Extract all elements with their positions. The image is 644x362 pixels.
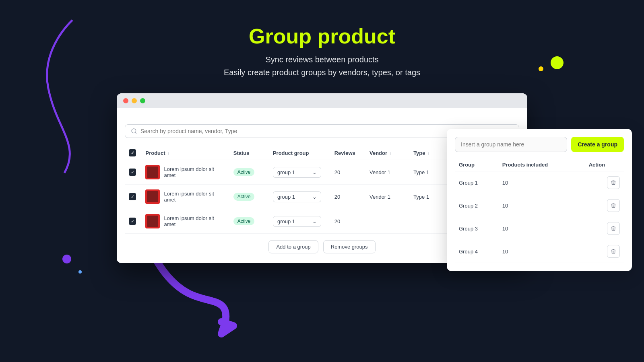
window-body: Product ↑ Status Product group Reviews	[117, 108, 527, 263]
type-cell-0: Type 1	[409, 160, 449, 185]
col-header-status: Status	[233, 150, 250, 156]
trash-icon	[611, 203, 616, 208]
product-name-0: Lorem ipsum dolor sit amet	[164, 166, 225, 178]
svg-point-0	[132, 129, 136, 133]
groups-table: Group Products included Action Group 1 1…	[455, 158, 624, 263]
page-subtitle: Sync reviews between products Easily cre…	[224, 53, 420, 79]
group-select-2[interactable]: group 1 ⌄	[273, 216, 321, 227]
add-to-group-button[interactable]: Add to a group	[268, 240, 318, 253]
page-title: Group product	[249, 24, 395, 48]
group-products-cell-0: 10	[498, 171, 585, 194]
product-name-2: Lorem ipsum dolor sit amet	[164, 215, 225, 227]
product-name-1: Lorem ipsum dolor sit amet	[164, 191, 225, 203]
group-panel: Create a group Group Products included A…	[447, 129, 632, 271]
col-header-type: Type	[413, 150, 425, 156]
product-image-0	[145, 165, 160, 179]
trash-icon	[611, 226, 616, 231]
group-panel-top: Create a group	[455, 137, 624, 152]
groups-col-products: Products included	[502, 162, 548, 168]
vendor-cell-2	[365, 209, 409, 234]
chevron-down-icon: ⌄	[312, 169, 317, 175]
window-titlebar	[117, 93, 527, 108]
reviews-cell-0: 20	[330, 160, 365, 185]
group-table-row: Group 4 10	[455, 240, 624, 263]
groups-col-group: Group	[459, 162, 475, 168]
type-cell-2	[409, 209, 449, 234]
search-icon	[131, 128, 137, 134]
row-checkbox-1[interactable]	[129, 193, 136, 200]
reviews-cell-1: 20	[330, 185, 365, 209]
group-products-cell-1: 10	[498, 194, 585, 217]
remove-groups-button[interactable]: Remove groups	[323, 240, 376, 253]
status-badge-1: Active	[233, 193, 255, 201]
col-header-product-group: Product group	[273, 150, 309, 156]
group-products-cell-3: 10	[498, 240, 585, 263]
delete-group-button-0[interactable]	[607, 176, 620, 189]
app-window: Product ↑ Status Product group Reviews	[117, 93, 527, 263]
row-checkbox-2[interactable]	[129, 218, 136, 225]
window-close-btn[interactable]	[123, 98, 128, 103]
group-name-cell-0: Group 1	[455, 171, 498, 194]
groups-col-action: Action	[589, 162, 605, 168]
col-header-vendor: Vendor	[369, 150, 387, 156]
row-checkbox-0[interactable]	[129, 169, 136, 176]
col-header-reviews: Reviews	[334, 150, 355, 156]
group-name-cell-1: Group 2	[455, 194, 498, 217]
blue-dot-decoration	[78, 270, 82, 274]
select-all-checkbox[interactable]	[129, 149, 136, 156]
create-group-button[interactable]: Create a group	[571, 137, 624, 152]
product-image-1	[145, 189, 160, 204]
group-name-cell-3: Group 4	[455, 240, 498, 263]
delete-group-button-3[interactable]	[607, 245, 620, 258]
type-sort-icon[interactable]: ↑	[427, 151, 429, 156]
group-select-1[interactable]: group 1 ⌄	[273, 191, 321, 202]
reviews-cell-2: 20	[330, 209, 365, 234]
group-table-row: Group 1 10	[455, 171, 624, 194]
trash-icon	[611, 180, 616, 185]
chevron-down-icon: ⌄	[312, 218, 317, 224]
delete-group-button-2[interactable]	[607, 222, 620, 235]
group-products-cell-2: 10	[498, 217, 585, 240]
vendor-cell-1: Vendor 1	[365, 185, 409, 209]
trash-icon	[611, 249, 616, 254]
type-cell-1: Type 1	[409, 185, 449, 209]
status-badge-0: Active	[233, 168, 255, 176]
group-table-row: Group 3 10	[455, 217, 624, 240]
group-table-row: Group 2 10	[455, 194, 624, 217]
group-name-input[interactable]	[455, 137, 567, 152]
window-minimize-btn[interactable]	[132, 98, 137, 103]
window-maximize-btn[interactable]	[140, 98, 145, 103]
vendor-cell-0: Vendor 1	[365, 160, 409, 185]
group-select-0[interactable]: group 1 ⌄	[273, 167, 321, 178]
product-image-2	[145, 214, 160, 228]
status-badge-2: Active	[233, 217, 255, 225]
product-sort-icon[interactable]: ↑	[167, 151, 169, 156]
delete-group-button-1[interactable]	[607, 199, 620, 212]
svg-line-1	[135, 132, 136, 134]
col-header-product: Product	[145, 150, 165, 156]
chevron-down-icon: ⌄	[312, 194, 317, 200]
group-name-cell-2: Group 3	[455, 217, 498, 240]
vendor-sort-icon[interactable]: ↑	[390, 151, 392, 156]
